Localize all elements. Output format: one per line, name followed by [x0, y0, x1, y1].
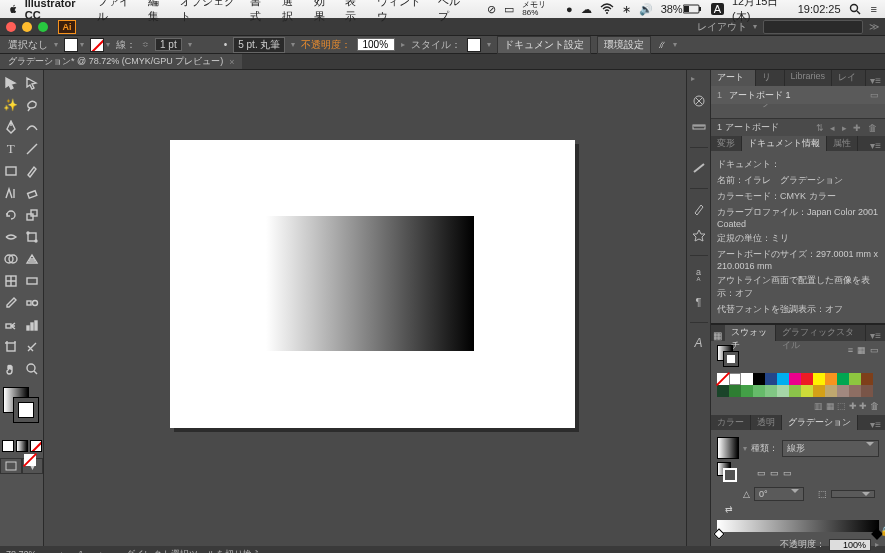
stroke-grad-icon-2[interactable]: ▭: [770, 468, 779, 478]
tab-artboards[interactable]: アートボード: [711, 70, 756, 86]
traffic-lights[interactable]: [6, 22, 48, 32]
panel-menu-icon[interactable]: ▾≡: [866, 140, 885, 151]
tab-swatches[interactable]: スウォッチ: [725, 325, 776, 341]
color-mode-icon[interactable]: [2, 440, 14, 452]
status-volume-icon[interactable]: 🔊: [639, 3, 653, 16]
stroke-grad-icon-3[interactable]: ▭: [783, 468, 792, 478]
aspect-icon[interactable]: ⬚: [818, 489, 827, 499]
status-cloud-icon[interactable]: ☁︎: [581, 3, 592, 16]
symbol-sprayer-tool-icon[interactable]: [0, 314, 22, 336]
eyedropper-tool-icon[interactable]: [0, 292, 22, 314]
dock-glyphs-icon[interactable]: A: [691, 335, 707, 351]
swatch-view-icon[interactable]: ≡: [848, 345, 853, 367]
zoom-level[interactable]: 78.72%: [6, 549, 37, 553]
grad-stroke-icon[interactable]: [723, 468, 737, 482]
artboard-list-item[interactable]: 1 アートボード 1 ▭: [711, 86, 885, 104]
zoom-tool-icon[interactable]: [22, 358, 44, 380]
swatch-grid-icon[interactable]: ▦: [711, 330, 725, 341]
none-mode-icon[interactable]: [30, 440, 42, 452]
menu-object[interactable]: オブジェクト: [180, 0, 239, 24]
mesh-tool-icon[interactable]: [0, 270, 22, 292]
status-ime-badge[interactable]: A: [711, 3, 724, 15]
shape-builder-tool-icon[interactable]: [0, 248, 22, 270]
artboard-options-icon[interactable]: ▭: [870, 90, 879, 100]
status-battery[interactable]: 38%: [661, 3, 703, 15]
gradient-preview-swatch[interactable]: [717, 437, 739, 459]
scroll-left-icon[interactable]: ◂: [861, 550, 865, 554]
fill-well[interactable]: ▾: [64, 38, 84, 52]
notification-center-icon[interactable]: ≡: [871, 3, 877, 15]
blend-tool-icon[interactable]: [22, 292, 44, 314]
stroke-grad-icon-1[interactable]: ▭: [757, 468, 766, 478]
scale-tool-icon[interactable]: [22, 204, 44, 226]
status-line-icon[interactable]: ●: [566, 3, 573, 15]
tab-transparency[interactable]: 透明: [751, 415, 782, 430]
dock-color-icon[interactable]: [691, 93, 707, 109]
fill-stroke-widget[interactable]: [0, 384, 43, 428]
swatch-tools[interactable]: ▥ ▦ ⬚ ✚ ✚ 🗑: [717, 401, 879, 411]
artboard-nav-icons[interactable]: ⇅ ◂ ▸ ✚ 🗑: [816, 123, 879, 133]
scroll-right-icon[interactable]: ▸: [875, 550, 879, 554]
tab-libraries[interactable]: Libraries: [785, 70, 833, 86]
perspective-grid-tool-icon[interactable]: [22, 248, 44, 270]
app-search-input[interactable]: [763, 20, 863, 34]
expand-panels-icon[interactable]: ≫: [869, 21, 879, 32]
normal-screen-mode-icon[interactable]: [0, 458, 22, 474]
artboard-nav[interactable]: |◂◂ 1 ▸▸|: [61, 549, 102, 553]
pen-tool-icon[interactable]: [0, 116, 22, 138]
tab-transform[interactable]: 変形: [711, 136, 742, 151]
menu-window[interactable]: ウィンドウ: [377, 0, 426, 24]
stroke-swatch-icon[interactable]: [13, 397, 39, 423]
dock-ruler-icon[interactable]: [691, 119, 707, 135]
shaper-tool-icon[interactable]: [0, 182, 22, 204]
stroke-weight-input[interactable]: 1 pt: [155, 38, 182, 51]
brush-preset-dropdown[interactable]: 5 pt. 丸筆: [233, 37, 285, 53]
status-screen-icon[interactable]: ▭: [504, 3, 514, 16]
style-well[interactable]: [467, 38, 481, 52]
aspect-input[interactable]: [831, 490, 875, 498]
rectangle-tool-icon[interactable]: [0, 160, 22, 182]
close-tab-icon[interactable]: ×: [229, 57, 234, 67]
menu-type[interactable]: 書式: [250, 0, 270, 24]
column-graph-tool-icon[interactable]: [22, 314, 44, 336]
opacity-label[interactable]: 不透明度：: [301, 38, 351, 52]
artboard-tool-icon[interactable]: [0, 336, 22, 358]
gradient-mode-icon[interactable]: [16, 440, 28, 452]
collapse-dock-icon[interactable]: ▸: [691, 74, 695, 83]
dock-brushes-icon[interactable]: [691, 201, 707, 217]
stroke-well[interactable]: ▾: [90, 38, 110, 52]
angle-input[interactable]: 0°: [754, 487, 804, 501]
zoom-window-icon[interactable]: [38, 22, 48, 32]
dock-paragraph-icon[interactable]: ¶: [691, 294, 707, 310]
swatch-opts-icon[interactable]: ▭: [870, 345, 879, 367]
gradient-slider[interactable]: 🔒: [717, 520, 879, 532]
paintbrush-tool-icon[interactable]: [22, 160, 44, 182]
tab-graphic-styles[interactable]: グラフィックスタイル: [776, 325, 866, 341]
close-window-icon[interactable]: [6, 22, 16, 32]
dock-character-icon[interactable]: aA: [691, 268, 707, 284]
reverse-gradient-icon[interactable]: ⇄: [725, 504, 733, 514]
spotlight-icon[interactable]: [849, 3, 861, 15]
slice-tool-icon[interactable]: [22, 336, 44, 358]
dock-stroke-icon[interactable]: [691, 160, 707, 176]
magic-wand-tool-icon[interactable]: ✨: [0, 94, 22, 116]
document-setup-button[interactable]: ドキュメント設定: [497, 36, 591, 54]
tab-attributes[interactable]: 属性: [827, 136, 858, 151]
align-icon[interactable]: ⫽: [657, 39, 667, 50]
panel-menu-icon[interactable]: ▾≡: [866, 330, 885, 341]
menu-view[interactable]: 表示: [345, 0, 365, 24]
status-no-entry-icon[interactable]: ⊘: [487, 3, 496, 16]
gradient-type-dropdown[interactable]: 線形: [782, 440, 879, 457]
selection-tool-icon[interactable]: [0, 72, 22, 94]
type-tool-icon[interactable]: T: [0, 138, 22, 160]
swatch-grid[interactable]: [717, 373, 877, 397]
workspace-switcher-label[interactable]: レイアウト: [697, 20, 747, 34]
rotate-tool-icon[interactable]: [0, 204, 22, 226]
status-time[interactable]: 19:02:25: [798, 3, 841, 15]
preferences-button[interactable]: 環境設定: [597, 36, 651, 54]
panel-menu-icon[interactable]: ▾≡: [866, 419, 885, 430]
tab-layers[interactable]: レイヤー: [832, 70, 866, 86]
tab-color[interactable]: カラー: [711, 415, 751, 430]
dock-symbols-icon[interactable]: [691, 227, 707, 243]
artboard[interactable]: [170, 140, 575, 428]
